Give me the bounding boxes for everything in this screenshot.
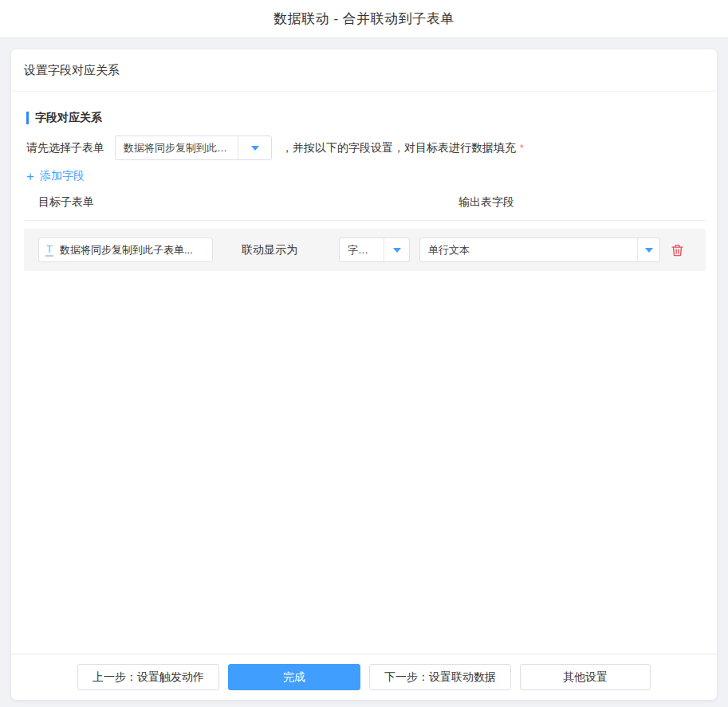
other-settings-button[interactable]: 其他设置 xyxy=(520,664,651,690)
target-field-label: 数据将同步复制到此子表单... xyxy=(60,243,193,257)
subform-selector-row: 请先选择子表单 数据将同步复制到此子... ，并按以下的字段设置，对目标表进行数… xyxy=(26,136,706,160)
linkage-display-label: 联动显示为 xyxy=(242,243,297,257)
target-field-box[interactable]: T 数据将同步复制到此子表单... xyxy=(38,238,213,262)
chevron-down-icon xyxy=(637,238,659,261)
add-field-label: 添加字段 xyxy=(40,169,85,183)
chevron-down-icon xyxy=(238,136,271,159)
selector-hint-text: ，并按以下的字段设置，对目标表进行数据填充 xyxy=(281,141,516,155)
add-field-link[interactable]: + 添加字段 xyxy=(26,169,85,183)
footer-actions: 上一步：设置触发动作 完成 下一步：设置联动数据 其他设置 xyxy=(11,654,717,700)
column-header-target: 目标子表单 xyxy=(38,195,458,210)
display-type-value: 字段值 xyxy=(340,243,384,257)
trash-icon xyxy=(671,243,684,257)
settings-card: 设置字段对应关系 字段对应关系 请先选择子表单 数据将同步复制到此子... ，并… xyxy=(11,49,717,700)
card-title: 设置字段对应关系 xyxy=(11,49,717,92)
page-title: 数据联动 - 合并联动到子表单 xyxy=(273,10,455,28)
empty-area xyxy=(24,271,706,654)
chevron-down-icon xyxy=(384,238,409,261)
display-type-select[interactable]: 字段值 xyxy=(339,238,410,262)
required-asterisk: * xyxy=(520,143,524,154)
delete-row-button[interactable] xyxy=(671,243,684,257)
next-step-button[interactable]: 下一步：设置联动数据 xyxy=(369,664,511,690)
finish-button[interactable]: 完成 xyxy=(228,664,360,690)
page-background: 设置字段对应关系 字段对应关系 请先选择子表单 数据将同步复制到此子... ，并… xyxy=(0,38,728,707)
output-field-value: 单行文本 xyxy=(420,243,637,257)
output-field-select[interactable]: 单行文本 xyxy=(419,238,660,262)
text-field-icon: T xyxy=(45,244,53,257)
card-body: 字段对应关系 请先选择子表单 数据将同步复制到此子... ，并按以下的字段设置，… xyxy=(11,92,717,654)
plus-icon: + xyxy=(26,170,34,183)
accent-bar xyxy=(26,112,29,124)
subform-select-value: 数据将同步复制到此子... xyxy=(116,141,238,155)
column-header-output: 输出表字段 xyxy=(458,195,514,210)
section-heading: 字段对应关系 xyxy=(26,111,706,125)
select-subform-label: 请先选择子表单 xyxy=(26,141,104,155)
prev-step-button[interactable]: 上一步：设置触发动作 xyxy=(77,664,219,690)
section-title: 字段对应关系 xyxy=(35,111,102,125)
mapping-table-header: 目标子表单 输出表字段 xyxy=(24,195,706,221)
subform-select[interactable]: 数据将同步复制到此子... xyxy=(115,136,272,160)
field-mapping-row: T 数据将同步复制到此子表单... 联动显示为 字段值 单行文本 xyxy=(24,229,706,271)
dialog-header: 数据联动 - 合并联动到子表单 xyxy=(0,0,728,38)
